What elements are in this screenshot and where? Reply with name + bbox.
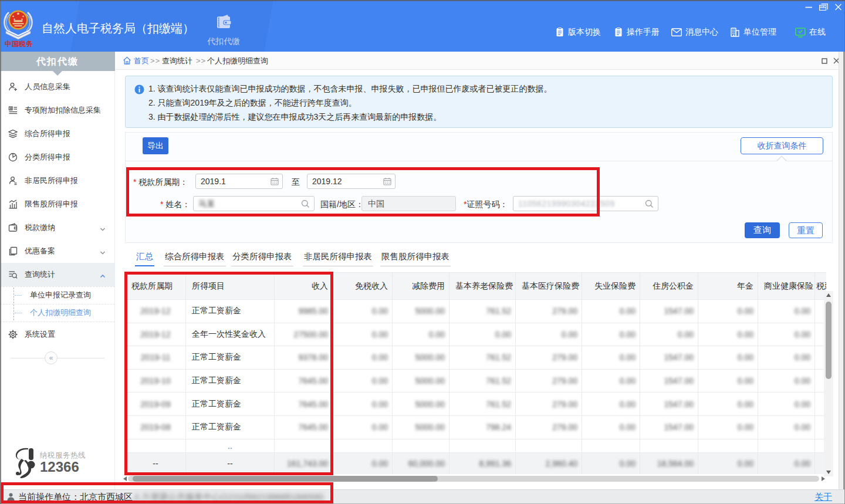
svg-text:中国税务: 中国税务 — [5, 40, 33, 48]
